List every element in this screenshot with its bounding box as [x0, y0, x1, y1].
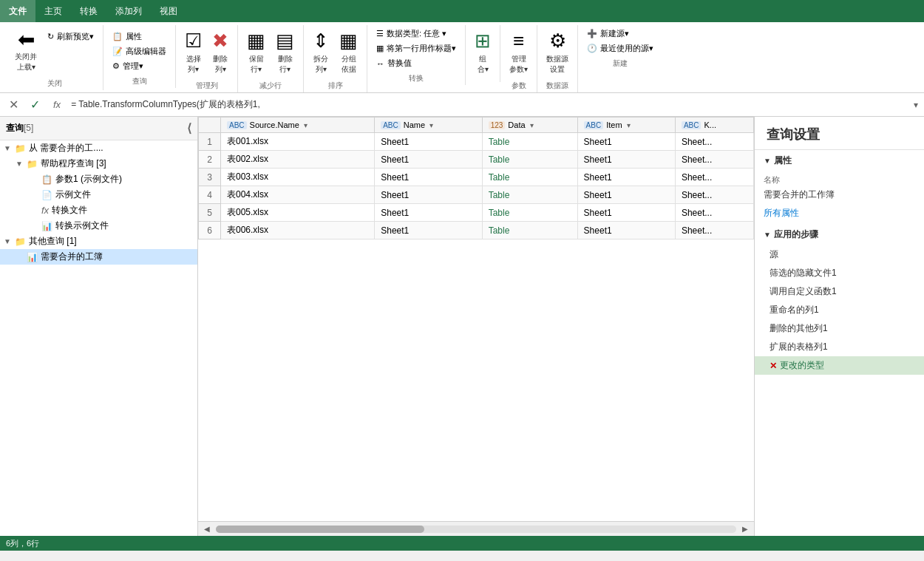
tree-item-node2[interactable]: ▼ 📁 帮助程序查询 [3] — [0, 156, 197, 171]
menu-transform[interactable]: 转换 — [71, 0, 106, 22]
scroll-track[interactable] — [216, 526, 736, 533]
menu-add-col[interactable]: 添加列 — [106, 0, 151, 22]
step-error-icon[interactable]: ✕ — [770, 361, 777, 371]
group-by-icon: ▦ — [339, 30, 358, 52]
cell-data-0: Table — [482, 133, 577, 151]
horizontal-scrollbar[interactable]: ◀ ▶ — [198, 521, 754, 536]
col-header-name[interactable]: ABC Name ▾ — [375, 118, 482, 133]
step-item-step5[interactable]: 删除的其他列1 — [755, 319, 924, 338]
col-header-item[interactable]: ABC Item ▾ — [577, 118, 675, 133]
formula-accept-button[interactable]: ✓ — [27, 98, 43, 112]
col-header-source-name[interactable]: ABC Source.Name ▾ — [221, 118, 375, 133]
recent-source-button[interactable]: 🕐 最近使用的源▾ — [582, 41, 658, 55]
step-item-step3[interactable]: 调用自定义函数1 — [755, 282, 924, 301]
close-group-label: 关闭 — [47, 78, 62, 90]
tree-item-node5[interactable]: fx 转换文件 — [0, 203, 197, 218]
col-filter-name[interactable]: ▾ — [429, 121, 433, 129]
properties-label: 属性 — [126, 31, 142, 42]
menu-file[interactable]: 文件 — [0, 0, 35, 22]
formula-expand-button[interactable]: ▾ — [914, 100, 918, 110]
properties-section-header[interactable]: ▼ 属性 — [755, 150, 924, 171]
combine-button[interactable]: ⊞ 组合▾ — [470, 27, 495, 78]
step-label-step7: 更改的类型 — [780, 359, 824, 372]
tree-item-node7[interactable]: ▼ 📁 其他查询 [1] — [0, 234, 197, 249]
tree-label-node8: 需要合并的工簿 — [41, 251, 103, 263]
col-label-name: Name — [404, 120, 425, 129]
tree-item-node3[interactable]: 📋 参数1 (示例文件) — [0, 171, 197, 187]
close-load-button[interactable]: ⬅ 关闭并上载▾ — [10, 27, 41, 75]
delete-cols-button[interactable]: ✖ 删除列▾ — [208, 27, 233, 78]
expand-icon-node7[interactable]: ▼ — [3, 237, 12, 245]
col-filter-item[interactable]: ▾ — [627, 121, 631, 129]
folder-icon-node1: 📁 — [15, 143, 26, 154]
first-row-header-button[interactable]: ▦ 将第一行用作标题▾ — [372, 41, 461, 55]
left-panel-collapse-button[interactable]: ⟨ — [187, 121, 191, 135]
combine-icon: ⊞ — [475, 30, 491, 52]
tree-item-node4[interactable]: 📄 示例文件 — [0, 187, 197, 203]
new-source-icon: ➕ — [587, 29, 597, 38]
tree-item-node1[interactable]: ▼ 📁 从 需要合并的工.... — [0, 140, 197, 156]
delete-rows-button[interactable]: ▤ 删除行▾ — [271, 27, 299, 78]
step-item-step1[interactable]: 源 — [755, 245, 924, 264]
keep-rows-button[interactable]: ▦ 保留行▾ — [242, 27, 270, 78]
replace-icon: ↔ — [376, 59, 384, 68]
replace-val-button[interactable]: ↔ 替换值 — [372, 56, 461, 70]
table-row[interactable]: 1 表001.xlsx Sheet1 Table Sheet1 Sheet... — [199, 133, 754, 151]
properties-button[interactable]: 📋 属性 — [108, 30, 171, 44]
step-item-step2[interactable]: 筛选的隐藏文件1 — [755, 264, 924, 282]
menu-view[interactable]: 视图 — [151, 0, 186, 22]
expand-icon-node2[interactable]: ▼ — [15, 160, 24, 168]
cell-item-2: Sheet1 — [577, 169, 675, 186]
datasource-settings-button[interactable]: ⚙ 数据源设置 — [542, 27, 573, 78]
cell-data-5: Table — [482, 222, 577, 239]
steps-section-header[interactable]: ▼ 应用的步骤 — [755, 224, 924, 245]
all-props-link[interactable]: 所有属性 — [755, 205, 924, 224]
steps-list: 源筛选的隐藏文件1调用自定义函数1重命名的列1删除的其他列1扩展的表格列1✕更改… — [755, 245, 924, 375]
col-header-k[interactable]: ABC K... — [675, 118, 753, 133]
advanced-editor-button[interactable]: 📝 高级编辑器 — [108, 44, 171, 58]
scroll-right-button[interactable]: ▶ — [739, 525, 751, 533]
new-source-button[interactable]: ➕ 新建源▾ — [582, 27, 658, 41]
step-item-step6[interactable]: 扩展的表格列1 — [755, 338, 924, 356]
data-type-button[interactable]: ☰ 数据类型: 任意 ▾ — [372, 27, 461, 41]
tree-item-node8[interactable]: 📊 需要合并的工簿 — [0, 249, 197, 265]
select-cols-button[interactable]: ☑ 选择列▾ — [180, 27, 206, 78]
table-row[interactable]: 2 表002.xlsx Sheet1 Table Sheet1 Sheet... — [199, 151, 754, 169]
cell-rownum-1: 2 — [199, 151, 221, 169]
formula-input[interactable] — [71, 100, 908, 110]
tree-label-node5: 转换文件 — [52, 204, 87, 217]
cell-item-0: Sheet1 — [577, 133, 675, 151]
step-item-step7[interactable]: ✕更改的类型 — [755, 356, 924, 375]
tree-item-node6[interactable]: 📊 转换示例文件 — [0, 218, 197, 234]
group-by-button[interactable]: ▦ 分组依据 — [335, 27, 362, 78]
manage-params-button[interactable]: ≡ 管理参数▾ — [505, 27, 532, 78]
formula-cancel-button[interactable]: ✕ — [6, 98, 21, 112]
split-col-button[interactable]: ⇕ 拆分列▾ — [308, 27, 333, 78]
cell-item-5: Sheet1 — [577, 222, 675, 239]
menu-bar: 文件 主页 转换 添加列 视图 — [0, 0, 924, 22]
data-grid[interactable]: ABC Source.Name ▾ ABC Name ▾ — [198, 117, 754, 521]
select-cols-icon: ☑ — [185, 30, 202, 52]
col-filter-data[interactable]: ▾ — [530, 121, 534, 129]
table-icon-node6: 📊 — [41, 221, 52, 231]
manage-button[interactable]: ⚙ 管理▾ — [108, 59, 171, 73]
table-row[interactable]: 4 表004.xlsx Sheet1 Table Sheet1 Sheet... — [199, 186, 754, 204]
name-prop-value[interactable]: 需要合并的工作簿 — [755, 187, 924, 205]
table-row[interactable]: 6 表006.xlsx Sheet1 Table Sheet1 Sheet... — [199, 222, 754, 239]
tree-label-node2: 帮助程序查询 [3] — [41, 157, 106, 170]
cell-name-5: Sheet1 — [375, 222, 482, 239]
col-filter-source-name[interactable]: ▾ — [304, 121, 308, 129]
right-panel: 查询设置 ▼ 属性 名称 需要合并的工作簿 所有属性 ▼ 应用的步骤 源筛选的隐… — [754, 117, 924, 536]
col-header-data[interactable]: 123 Data ▾ — [482, 118, 577, 133]
cell-name-1: Sheet1 — [375, 151, 482, 169]
refresh-icon: ↻ — [47, 32, 54, 41]
refresh-button[interactable]: ↻ 刷新预览▾ — [43, 30, 98, 44]
menu-home[interactable]: 主页 — [35, 0, 71, 22]
table-row[interactable]: 5 表005.xlsx Sheet1 Table Sheet1 Sheet... — [199, 204, 754, 222]
expand-icon-node1[interactable]: ▼ — [3, 144, 12, 152]
file-icon-node4: 📄 — [41, 190, 52, 200]
table-row[interactable]: 3 表003.xlsx Sheet1 Table Sheet1 Sheet... — [199, 169, 754, 186]
col-label-source-name: Source.Name — [250, 120, 299, 129]
step-item-step4[interactable]: 重命名的列1 — [755, 301, 924, 319]
scroll-left-button[interactable]: ◀ — [201, 525, 213, 533]
